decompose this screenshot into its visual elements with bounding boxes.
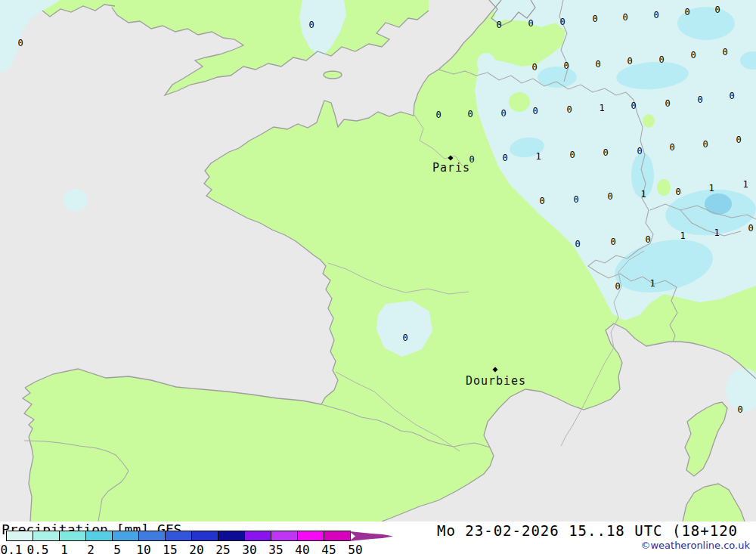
legend-color-segment: [244, 531, 271, 541]
precip-value: 0: [559, 17, 565, 26]
precip-value: 0: [690, 51, 696, 60]
precip-value: 0: [631, 101, 636, 110]
precip-value: 0: [592, 14, 597, 23]
precip-value: 0: [615, 282, 620, 291]
precip-value: 0: [627, 57, 632, 66]
precip-core-alps: [705, 193, 732, 215]
legend-tick: 0.1: [1, 543, 23, 554]
land-patch-saar: [643, 114, 655, 128]
precip-value: 0: [737, 405, 742, 414]
copyright-link[interactable]: ©weatheronline.co.uk: [640, 540, 750, 551]
legend-color-segment: [297, 531, 324, 541]
precip-value: 0: [531, 63, 537, 72]
precip-value: 1: [714, 228, 719, 237]
legend-color-segment: [218, 531, 245, 541]
precip-value: 0: [435, 110, 441, 119]
legend-tick: 2: [87, 543, 94, 554]
precip-value: 0: [17, 39, 23, 48]
precip-value: 1: [649, 279, 655, 288]
precip-value: 0: [722, 48, 727, 57]
precip-value: 0: [467, 110, 472, 119]
precip-value: 0: [595, 60, 600, 69]
map-area: 0000000000000000000000100000010000000001…: [0, 0, 756, 522]
legend-tick: 40: [295, 543, 309, 554]
legend-color-segment: [191, 531, 218, 541]
legend-color-segment: [6, 531, 33, 541]
legend-tick: 5: [113, 543, 121, 554]
legend-tick: 50: [348, 543, 362, 554]
legend-tick: 0.5: [27, 543, 49, 554]
precip-value: 0: [607, 192, 612, 201]
legend-color-segment: [85, 531, 113, 541]
forecast-datetime: Mo 23-02-2026 15..18 UTC (18+120: [437, 522, 738, 539]
precip-value: 0: [539, 197, 544, 206]
precip-blob-belgium: [477, 53, 495, 73]
precip-value: 1: [742, 180, 748, 189]
precip-value: 1: [640, 190, 646, 199]
precip-value: 0: [665, 99, 670, 108]
precip-value: 0: [563, 61, 569, 70]
legend-color-segment: [165, 531, 192, 541]
legend-tick: 1: [60, 543, 68, 554]
precip-value: 1: [535, 152, 541, 161]
precip-value: 0: [573, 195, 578, 204]
precip-value: 1: [599, 104, 604, 113]
precip-value: 0: [502, 153, 507, 162]
precip-value: 0: [496, 20, 501, 29]
legend-color-segment: [324, 531, 351, 541]
legend-color-segment: [112, 531, 139, 541]
precip-value: 0: [532, 107, 538, 116]
precip-value: 0: [637, 147, 642, 156]
precip-blob-atlantic: [64, 189, 88, 212]
precip-value: 1: [708, 184, 714, 193]
legend-tick: 25: [215, 543, 230, 554]
legend-tick: 45: [321, 543, 336, 554]
legend-tick: 15: [163, 543, 177, 554]
precip-value: 0: [714, 5, 720, 14]
precip-value: 0: [729, 91, 734, 101]
precip-value: 0: [622, 13, 627, 22]
precip-value: 0: [669, 143, 674, 152]
precip-value: 0: [736, 135, 741, 144]
precip-value: 0: [603, 148, 608, 157]
legend-footer: Precipitation [mm] GFS 0.10.512510152025…: [0, 522, 756, 554]
legend-arrow: [349, 531, 395, 542]
precip-value: 0: [702, 140, 708, 149]
map-canvas: [0, 0, 756, 522]
precip-value: 0: [653, 11, 658, 20]
precip-value: 0: [569, 150, 575, 159]
legend-color-segment: [271, 531, 298, 541]
precip-medium-rhineland: [538, 67, 577, 88]
precip-value: 0: [658, 55, 664, 64]
precip-value: 0: [402, 333, 407, 342]
land-patch-ardennes: [509, 92, 530, 112]
legend-tick: 30: [242, 543, 256, 554]
precip-value: 0: [645, 235, 650, 244]
precip-value: 0: [528, 19, 533, 28]
legend-color-segment: [33, 531, 60, 541]
precip-value: 1: [680, 231, 685, 240]
land-patch-jura: [657, 179, 671, 196]
precip-value: 0: [308, 20, 314, 29]
precip-value: 0: [697, 95, 702, 104]
precip-value: 0: [610, 237, 615, 246]
precip-value: 0: [566, 105, 572, 114]
precip-value: 0: [675, 187, 680, 197]
precip-value: 0: [684, 8, 689, 17]
legend-tick: 10: [136, 543, 150, 554]
weather-map-page: 0000000000000000000000100000010000000001…: [0, 0, 756, 554]
precip-value: 0: [500, 109, 506, 118]
legend-tick: 35: [268, 543, 283, 554]
legend-color-segment: [59, 531, 86, 541]
city-label: Paris: [432, 161, 470, 175]
legend-tick: 20: [189, 543, 203, 554]
precip-value: 0: [575, 240, 580, 249]
precip-value: 0: [748, 224, 753, 233]
legend-color-segment: [138, 531, 166, 541]
city-label: Dourbies: [466, 374, 526, 388]
